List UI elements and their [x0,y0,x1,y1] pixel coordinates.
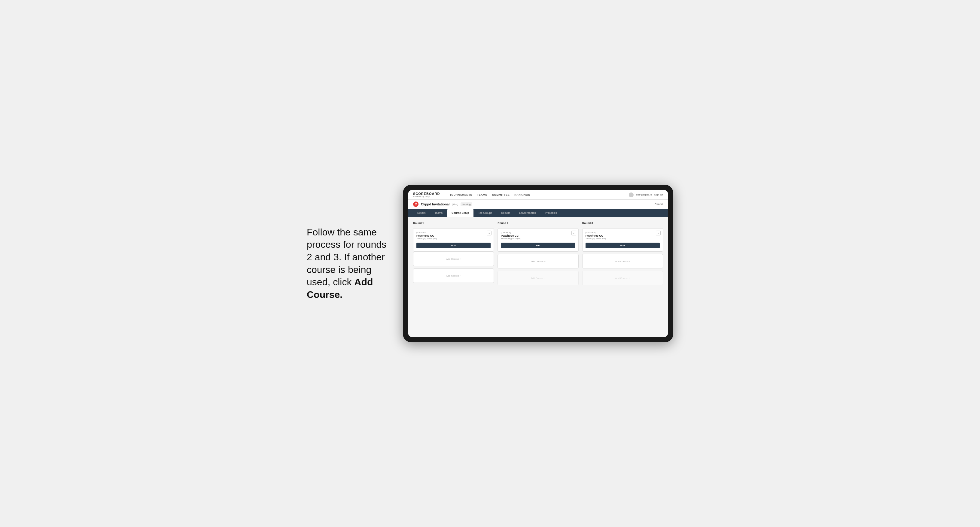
brand-sub: Powered by clippd [413,195,440,198]
round-2-edit-button[interactable]: Edit [501,243,575,248]
round-3-course-label: (Course A) [585,232,660,233]
round-2-title: Round 2 [498,222,578,225]
tab-leaderboards[interactable]: Leaderboards [515,209,540,217]
rounds-grid: Round 1 (Course A) Peachtree GC Yellow (… [413,222,663,285]
round-3-course-card: (Course A) Peachtree GC Yellow (M) (6629… [582,228,663,252]
tournament-meta: (Men) [452,203,458,206]
round-1-add-course-1[interactable]: Add Course + [413,252,494,266]
brand-name: SCOREBOARD [413,192,440,195]
round-2-add-course-1[interactable]: Add Course + [498,254,578,268]
page-wrapper: Follow the same process for rounds 2 and… [280,185,700,342]
tabs-bar: Details Teams Course Setup Tee Groups Re… [408,209,668,217]
content-area: Round 1 (Course A) Peachtree GC Yellow (… [408,217,668,337]
round-3-course-card-wrapper: (Course A) Peachtree GC Yellow (M) (6629… [582,228,663,252]
bold-text: Add Course. [307,276,373,300]
add-course-2-label: Add Course + [446,275,461,277]
round-2-course-label: (Course A) [501,232,575,233]
round-1-course-card-wrapper: (Course A) Peachtree GC Yellow (M) (6629… [413,228,494,252]
brand: SCOREBOARD Powered by clippd [413,192,440,198]
tab-teams[interactable]: Teams [431,209,447,217]
round-3-course-detail: Yellow (M) (6629 yds) [585,238,660,240]
hosting-badge: Hosting [461,202,472,206]
add-course-1-label: Add Course + [446,258,461,260]
tab-details[interactable]: Details [413,209,430,217]
top-nav: SCOREBOARD Powered by clippd TOURNAMENTS… [408,190,668,200]
round-1-courses: (Course A) Peachtree GC Yellow (M) (6629… [413,228,494,266]
round-1-delete-button[interactable]: × [487,231,492,235]
user-avatar [629,192,633,197]
tablet-frame: SCOREBOARD Powered by clippd TOURNAMENTS… [403,185,673,342]
round-2-course-detail: Yellow (M) (6629 yds) [501,238,575,240]
nav-right: blair@clippd.io Sign out [629,192,663,197]
nav-tournaments[interactable]: TOURNAMENTS [449,194,472,196]
round-2-course-card-wrapper: (Course A) Peachtree GC Yellow (M) (6629… [498,228,578,252]
round-1-column: Round 1 (Course A) Peachtree GC Yellow (… [413,222,494,285]
round-2-course-name: Peachtree GC [501,234,575,237]
nav-teams[interactable]: TEAMS [477,194,487,196]
round-3-course-name: Peachtree GC [585,234,660,237]
sub-header: C Clippd Invitational (Men) Hosting Canc… [408,200,668,209]
round-1-course-name: Peachtree GC [417,234,491,237]
tournament-logo: C [413,202,418,207]
round-3-title: Round 3 [582,222,663,225]
round-3-column: Round 3 (Course A) Peachtree GC Yellow (… [582,222,663,285]
tablet-screen: SCOREBOARD Powered by clippd TOURNAMENTS… [408,190,668,337]
user-email: blair@clippd.io [636,194,652,196]
round-1-title: Round 1 [413,222,494,225]
round-3-add-label-2: Add Course + [615,277,630,279]
tab-tee-groups[interactable]: Tee Groups [474,209,496,217]
round-1-add-course-2[interactable]: Add Course + [413,268,494,283]
tab-printables[interactable]: Printables [541,209,561,217]
round-1-course-label: (Course A) [417,232,491,233]
nav-committee[interactable]: COMMITTEE [492,194,510,196]
round-2-add-course-2: Add Course + [498,271,578,285]
round-1-course-detail: Yellow (M) (6629 yds) [417,238,491,240]
round-3-add-course-2: Add Course + [582,271,663,285]
round-3-add-label-1: Add Course + [615,260,630,263]
round-1-edit-button[interactable]: Edit [417,243,491,248]
round-2-add-label-1: Add Course + [531,260,545,263]
tab-results[interactable]: Results [497,209,514,217]
round-3-edit-button[interactable]: Edit [585,243,660,248]
round-2-column: Round 2 (Course A) Peachtree GC Yellow (… [498,222,578,285]
round-2-delete-button[interactable]: × [571,231,576,235]
tournament-name: Clippd Invitational [421,202,449,206]
round-2-course-card: (Course A) Peachtree GC Yellow (M) (6629… [498,228,578,252]
tournament-info: C Clippd Invitational (Men) Hosting [413,202,472,207]
nav-links: TOURNAMENTS TEAMS COMMITTEE RANKINGS [449,194,623,196]
nav-rankings[interactable]: RANKINGS [514,194,530,196]
round-1-course-card: (Course A) Peachtree GC Yellow (M) (6629… [413,228,494,252]
instruction-text: Follow the same process for rounds 2 and… [307,226,391,301]
round-3-delete-button[interactable]: × [656,231,661,235]
tab-course-setup[interactable]: Course Setup [447,209,474,217]
cancel-button[interactable]: Cancel [655,203,663,206]
round-3-add-course-1[interactable]: Add Course + [582,254,663,268]
sign-out-link[interactable]: Sign out [654,194,663,196]
round-2-add-label-2: Add Course + [531,277,545,279]
